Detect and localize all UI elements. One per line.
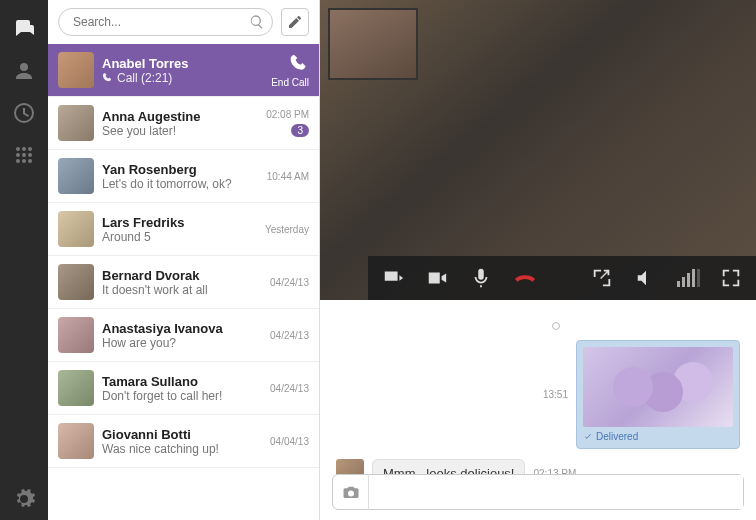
avatar: [58, 158, 94, 194]
avatar: [58, 423, 94, 459]
svg-point-7: [22, 159, 26, 163]
message-input-bar: [332, 474, 744, 510]
unread-badge: 3: [291, 124, 309, 137]
nav-settings[interactable]: [0, 478, 48, 520]
contact-name: Anabel Torres: [102, 56, 263, 71]
nav-recents[interactable]: [0, 92, 48, 134]
image-attachment[interactable]: [583, 347, 733, 427]
timestamp: 04/24/13: [270, 277, 309, 288]
message-bubble[interactable]: Delivered: [576, 340, 740, 449]
popout-button[interactable]: [589, 265, 615, 291]
timestamp: 04/24/13: [270, 330, 309, 341]
conversation-column: Anabel Torres Call (2:21) End Call Anna …: [48, 0, 320, 520]
chat-area: 13:51 Delivered Mmm...looks delicious! 0…: [320, 0, 756, 520]
timestamp: 10:44 AM: [267, 171, 309, 182]
conversation-item[interactable]: Giovanni Botti Was nice catching up! 04/…: [48, 415, 319, 468]
timestamp: 04/24/13: [270, 383, 309, 394]
conversation-item[interactable]: Anastasiya Ivanova How are you? 04/24/13: [48, 309, 319, 362]
timestamp: 02:08 PM: [266, 109, 309, 120]
contact-name: Anastasiya Ivanova: [102, 321, 262, 336]
svg-point-2: [28, 147, 32, 151]
nav-dialpad[interactable]: [0, 134, 48, 176]
end-call-icon[interactable]: [289, 53, 309, 73]
svg-point-6: [16, 159, 20, 163]
conversation-item[interactable]: Bernard Dvorak It doesn't work at all 04…: [48, 256, 319, 309]
mic-toggle-button[interactable]: [468, 265, 494, 291]
contact-name: Tamara Sullano: [102, 374, 262, 389]
svg-point-8: [28, 159, 32, 163]
svg-point-1: [22, 147, 26, 151]
contact-name: Lars Fredriks: [102, 215, 257, 230]
nav-contacts[interactable]: [0, 50, 48, 92]
compose-button[interactable]: [281, 8, 309, 36]
attach-photo-button[interactable]: [333, 474, 369, 510]
conversation-item[interactable]: Yan Rosenberg Let's do it tomorrow, ok? …: [48, 150, 319, 203]
fullscreen-button[interactable]: [718, 265, 744, 291]
avatar: [58, 52, 94, 88]
avatar: [58, 317, 94, 353]
message-preview: How are you?: [102, 336, 262, 350]
nav-rail: [0, 0, 48, 520]
delivery-status: Delivered: [583, 431, 733, 442]
call-status: Call (2:21): [102, 71, 263, 85]
conversation-list: Anabel Torres Call (2:21) End Call Anna …: [48, 44, 319, 520]
message-preview: Let's do it tomorrow, ok?: [102, 177, 259, 191]
video-call-window: [320, 0, 756, 300]
contact-name: Yan Rosenberg: [102, 162, 259, 177]
message-preview: Don't forget to call her!: [102, 389, 262, 403]
svg-point-5: [28, 153, 32, 157]
end-call-label: End Call: [271, 77, 309, 88]
video-self-preview[interactable]: [328, 8, 418, 80]
svg-point-0: [16, 147, 20, 151]
conversation-active-call[interactable]: Anabel Torres Call (2:21) End Call: [48, 44, 319, 97]
avatar: [58, 105, 94, 141]
search-icon[interactable]: [249, 14, 265, 30]
conversation-item[interactable]: Anna Augestine See you later! 02:08 PM 3: [48, 97, 319, 150]
message-input[interactable]: [369, 475, 743, 509]
transfer-button[interactable]: [380, 265, 406, 291]
contact-name: Anna Augestine: [102, 109, 258, 124]
contact-name: Bernard Dvorak: [102, 268, 262, 283]
avatar: [58, 264, 94, 300]
svg-point-3: [16, 153, 20, 157]
search-input[interactable]: [58, 8, 273, 36]
timestamp: Yesterday: [265, 224, 309, 235]
speaker-icon[interactable]: [633, 265, 659, 291]
message-time: 13:51: [543, 389, 568, 400]
date-divider: [552, 316, 560, 334]
volume-indicator[interactable]: [677, 269, 700, 287]
contact-name: Giovanni Botti: [102, 427, 262, 442]
svg-point-4: [22, 153, 26, 157]
conversation-item[interactable]: Tamara Sullano Don't forget to call her!…: [48, 362, 319, 415]
conversation-item[interactable]: Lars Fredriks Around 5 Yesterday: [48, 203, 319, 256]
avatar: [58, 370, 94, 406]
hangup-button[interactable]: [512, 265, 538, 291]
video-toggle-button[interactable]: [424, 265, 450, 291]
message-preview: Was nice catching up!: [102, 442, 262, 456]
message-sent: 13:51 Delivered: [336, 340, 740, 449]
message-preview: It doesn't work at all: [102, 283, 262, 297]
message-preview: See you later!: [102, 124, 258, 138]
avatar: [58, 211, 94, 247]
call-controls: [368, 256, 756, 300]
message-preview: Around 5: [102, 230, 257, 244]
timestamp: 04/04/13: [270, 436, 309, 447]
nav-chats[interactable]: [0, 8, 48, 50]
